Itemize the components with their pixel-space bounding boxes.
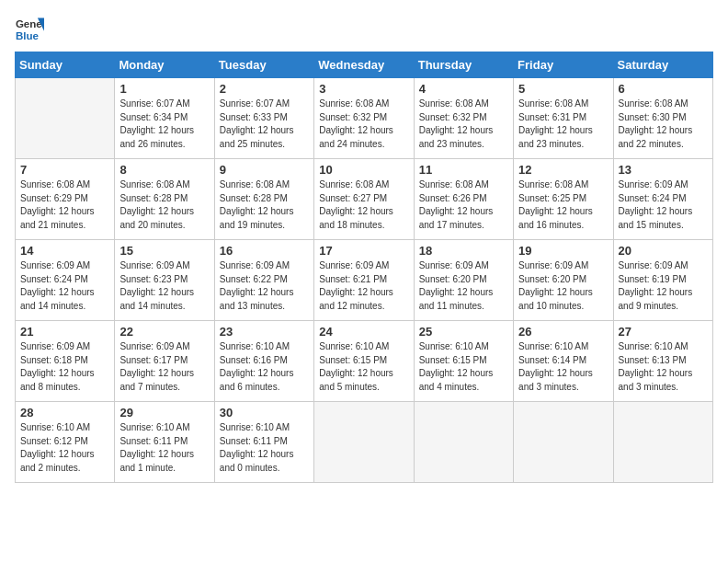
day-number: 25 [419,325,508,339]
day-number: 13 [619,163,708,177]
day-cell: 1Sunrise: 6:07 AMSunset: 6:34 PMDaylight… [115,78,214,159]
day-info: Sunrise: 6:09 AMSunset: 6:20 PMDaylight:… [518,259,608,313]
svg-text:Blue: Blue [16,30,40,41]
day-number: 29 [119,406,209,419]
day-number: 19 [518,244,608,258]
day-cell [314,402,414,483]
day-header-tuesday: Tuesday [214,52,313,78]
day-info: Sunrise: 6:10 AMSunset: 6:16 PMDaylight:… [220,340,309,394]
day-info: Sunrise: 6:08 AMSunset: 6:28 PMDaylight:… [220,178,309,232]
day-header-sunday: Sunday [16,52,115,78]
day-cell: 11Sunrise: 6:08 AMSunset: 6:26 PMDayligh… [414,159,513,240]
day-info: Sunrise: 6:08 AMSunset: 6:32 PMDaylight:… [419,98,508,151]
day-number: 2 [220,82,309,96]
day-cell: 17Sunrise: 6:09 AMSunset: 6:21 PMDayligh… [314,240,414,321]
week-row-2: 14Sunrise: 6:09 AMSunset: 6:24 PMDayligh… [16,240,713,321]
day-header-wednesday: Wednesday [314,52,414,78]
day-number: 22 [119,325,209,339]
week-row-0: 1Sunrise: 6:07 AMSunset: 6:34 PMDaylight… [16,78,713,159]
day-info: Sunrise: 6:08 AMSunset: 6:30 PMDaylight:… [619,98,708,151]
day-cell: 24Sunrise: 6:10 AMSunset: 6:15 PMDayligh… [314,321,414,402]
day-number: 4 [419,82,508,96]
day-number: 23 [220,325,309,339]
day-number: 5 [518,82,608,96]
day-number: 16 [220,244,309,258]
logo: General Blue [15,15,44,44]
day-cell: 23Sunrise: 6:10 AMSunset: 6:16 PMDayligh… [214,321,313,402]
day-cell: 19Sunrise: 6:09 AMSunset: 6:20 PMDayligh… [514,240,613,321]
day-info: Sunrise: 6:10 AMSunset: 6:11 PMDaylight:… [119,421,209,475]
day-info: Sunrise: 6:09 AMSunset: 6:18 PMDaylight:… [20,340,109,394]
day-number: 12 [518,163,608,177]
day-cell: 16Sunrise: 6:09 AMSunset: 6:22 PMDayligh… [214,240,313,321]
week-row-4: 28Sunrise: 6:10 AMSunset: 6:12 PMDayligh… [16,402,713,483]
logo-icon: General Blue [15,15,44,44]
day-info: Sunrise: 6:07 AMSunset: 6:34 PMDaylight:… [119,98,209,151]
day-cell: 21Sunrise: 6:09 AMSunset: 6:18 PMDayligh… [16,321,115,402]
day-cell: 5Sunrise: 6:08 AMSunset: 6:31 PMDaylight… [514,78,613,159]
day-number: 24 [319,325,408,339]
day-cell [514,402,613,483]
day-number: 30 [220,406,309,419]
day-cell: 28Sunrise: 6:10 AMSunset: 6:12 PMDayligh… [16,402,115,483]
day-cell: 10Sunrise: 6:08 AMSunset: 6:27 PMDayligh… [314,159,414,240]
day-header-friday: Friday [514,52,613,78]
day-info: Sunrise: 6:08 AMSunset: 6:31 PMDaylight:… [518,98,608,151]
day-cell: 22Sunrise: 6:09 AMSunset: 6:17 PMDayligh… [115,321,214,402]
day-cell: 26Sunrise: 6:10 AMSunset: 6:14 PMDayligh… [514,321,613,402]
day-cell: 18Sunrise: 6:09 AMSunset: 6:20 PMDayligh… [414,240,513,321]
day-number: 28 [20,406,109,419]
day-number: 27 [619,325,708,339]
day-cell [613,402,712,483]
day-cell: 30Sunrise: 6:10 AMSunset: 6:11 PMDayligh… [214,402,313,483]
day-info: Sunrise: 6:07 AMSunset: 6:33 PMDaylight:… [220,98,309,151]
day-cell: 9Sunrise: 6:08 AMSunset: 6:28 PMDaylight… [214,159,313,240]
week-row-3: 21Sunrise: 6:09 AMSunset: 6:18 PMDayligh… [16,321,713,402]
day-info: Sunrise: 6:10 AMSunset: 6:11 PMDaylight:… [220,421,309,475]
day-cell: 27Sunrise: 6:10 AMSunset: 6:13 PMDayligh… [613,321,712,402]
day-number: 6 [619,82,708,96]
day-number: 17 [319,244,408,258]
day-cell [414,402,513,483]
day-cell: 6Sunrise: 6:08 AMSunset: 6:30 PMDaylight… [613,78,712,159]
day-cell: 12Sunrise: 6:08 AMSunset: 6:25 PMDayligh… [514,159,613,240]
day-cell: 2Sunrise: 6:07 AMSunset: 6:33 PMDaylight… [214,78,313,159]
day-info: Sunrise: 6:10 AMSunset: 6:15 PMDaylight:… [419,340,508,394]
calendar-body: 1Sunrise: 6:07 AMSunset: 6:34 PMDaylight… [16,78,713,483]
day-info: Sunrise: 6:08 AMSunset: 6:26 PMDaylight:… [419,178,508,232]
day-number: 20 [619,244,708,258]
day-number: 9 [220,163,309,177]
day-header-thursday: Thursday [414,52,513,78]
day-cell: 15Sunrise: 6:09 AMSunset: 6:23 PMDayligh… [115,240,214,321]
day-info: Sunrise: 6:09 AMSunset: 6:19 PMDaylight:… [619,259,708,313]
day-info: Sunrise: 6:10 AMSunset: 6:13 PMDaylight:… [619,340,708,394]
day-info: Sunrise: 6:09 AMSunset: 6:20 PMDaylight:… [419,259,508,313]
day-info: Sunrise: 6:08 AMSunset: 6:32 PMDaylight:… [319,98,408,151]
day-info: Sunrise: 6:08 AMSunset: 6:25 PMDaylight:… [518,178,608,232]
day-number: 14 [20,244,109,258]
day-cell: 14Sunrise: 6:09 AMSunset: 6:24 PMDayligh… [16,240,115,321]
day-number: 18 [419,244,508,258]
day-cell: 29Sunrise: 6:10 AMSunset: 6:11 PMDayligh… [115,402,214,483]
day-info: Sunrise: 6:09 AMSunset: 6:24 PMDaylight:… [20,259,109,313]
calendar-table: SundayMondayTuesdayWednesdayThursdayFrid… [15,52,713,483]
day-info: Sunrise: 6:10 AMSunset: 6:14 PMDaylight:… [518,340,608,394]
day-number: 3 [319,82,408,96]
day-number: 11 [419,163,508,177]
day-number: 1 [119,82,209,96]
day-info: Sunrise: 6:08 AMSunset: 6:27 PMDaylight:… [319,178,408,232]
day-cell: 3Sunrise: 6:08 AMSunset: 6:32 PMDaylight… [314,78,414,159]
day-info: Sunrise: 6:09 AMSunset: 6:23 PMDaylight:… [119,259,209,313]
day-cell: 8Sunrise: 6:08 AMSunset: 6:28 PMDaylight… [115,159,214,240]
day-info: Sunrise: 6:10 AMSunset: 6:12 PMDaylight:… [20,421,109,475]
calendar-header-row: SundayMondayTuesdayWednesdayThursdayFrid… [16,52,713,78]
week-row-1: 7Sunrise: 6:08 AMSunset: 6:29 PMDaylight… [16,159,713,240]
day-info: Sunrise: 6:10 AMSunset: 6:15 PMDaylight:… [319,340,408,394]
day-info: Sunrise: 6:08 AMSunset: 6:29 PMDaylight:… [20,178,109,232]
day-header-monday: Monday [115,52,214,78]
day-header-saturday: Saturday [613,52,712,78]
day-cell: 20Sunrise: 6:09 AMSunset: 6:19 PMDayligh… [613,240,712,321]
day-info: Sunrise: 6:09 AMSunset: 6:24 PMDaylight:… [619,178,708,232]
day-cell [16,78,115,159]
day-number: 10 [319,163,408,177]
